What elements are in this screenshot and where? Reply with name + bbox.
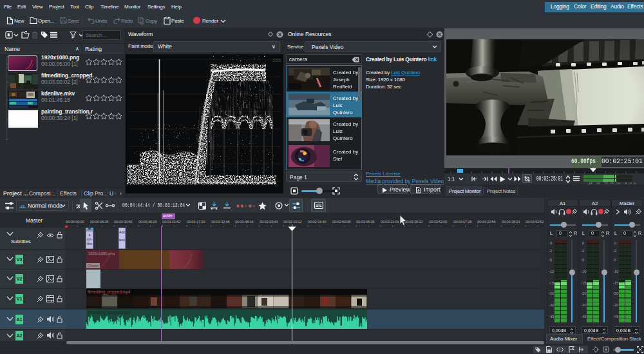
svg-text:1920x1080.png: 1920x1080.png (88, 251, 115, 255)
svg-text:255: 255 (272, 57, 281, 63)
svg-text:Chrom: Chrom (88, 264, 99, 268)
